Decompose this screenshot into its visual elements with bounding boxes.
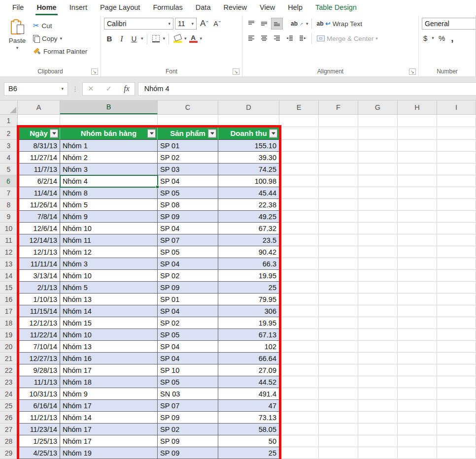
cell-F12[interactable] — [319, 246, 358, 258]
cell-A19[interactable]: 11/22/14 — [18, 329, 60, 341]
chevron-down-icon[interactable]: ▾ — [184, 36, 187, 41]
font-size-combobox[interactable]: 11 ▾ — [175, 18, 197, 30]
cell-B2[interactable]: Nhóm bán hàng — [60, 127, 158, 140]
cell-A18[interactable]: 12/12/13 — [18, 317, 60, 329]
cell-F7[interactable] — [319, 187, 358, 199]
cell-B16[interactable]: Nhóm 13 — [60, 294, 158, 305]
cell-G28[interactable] — [358, 435, 398, 447]
ribbon-tab-file[interactable]: File — [6, 0, 30, 15]
cell-H25[interactable] — [398, 400, 437, 412]
cell-D5[interactable]: 74.25 — [218, 164, 279, 175]
cell-C6[interactable]: SP 04 — [158, 175, 218, 187]
cell-A25[interactable]: 6/16/14 — [18, 400, 60, 412]
cell-G17[interactable] — [358, 305, 398, 317]
row-header-1[interactable]: 1 — [0, 115, 18, 127]
row-header-14[interactable]: 14 — [0, 270, 18, 282]
cancel-icon[interactable]: ✕ — [88, 84, 94, 93]
cell-G18[interactable] — [358, 317, 398, 329]
cell-H13[interactable] — [398, 258, 437, 270]
cell-A1[interactable] — [18, 115, 60, 127]
cell-C12[interactable]: SP 05 — [158, 246, 218, 258]
middle-align-button[interactable] — [258, 18, 270, 30]
cell-G5[interactable] — [358, 164, 398, 175]
cell-H21[interactable] — [398, 353, 437, 364]
cell-I13[interactable] — [437, 258, 476, 270]
cell-D24[interactable]: 491.4 — [218, 388, 279, 400]
column-header-F[interactable]: F — [319, 100, 358, 114]
cell-D27[interactable]: 58.05 — [218, 424, 279, 435]
cell-E15[interactable] — [279, 282, 319, 294]
cell-E22[interactable] — [279, 364, 319, 376]
cell-A22[interactable]: 9/28/13 — [18, 364, 60, 376]
cell-F19[interactable] — [319, 329, 358, 341]
cell-A2[interactable]: Ngày — [18, 127, 60, 140]
ribbon-tab-formulas[interactable]: Formulas — [146, 0, 189, 15]
cell-I23[interactable] — [437, 376, 476, 388]
cell-G6[interactable] — [358, 175, 398, 187]
cell-D11[interactable]: 23.5 — [218, 234, 279, 246]
cell-C9[interactable]: SP 09 — [158, 211, 218, 223]
cell-F1[interactable] — [319, 115, 358, 127]
accounting-format-button[interactable]: $ — [422, 33, 429, 43]
cell-C3[interactable]: SP 01 — [158, 140, 218, 152]
cell-G14[interactable] — [358, 270, 398, 282]
cell-E27[interactable] — [279, 424, 319, 435]
cell-I8[interactable] — [437, 199, 476, 211]
cell-D28[interactable]: 50 — [218, 435, 279, 447]
cell-H15[interactable] — [398, 282, 437, 294]
cell-B23[interactable]: Nhóm 18 — [60, 376, 158, 388]
column-header-B[interactable]: B — [60, 100, 158, 114]
cell-F23[interactable] — [319, 376, 358, 388]
cell-C2[interactable]: Sản phẩm — [158, 127, 218, 140]
cell-B4[interactable]: Nhóm 2 — [60, 152, 158, 164]
cell-A14[interactable]: 3/13/14 — [18, 270, 60, 282]
cell-F27[interactable] — [319, 424, 358, 435]
cell-I10[interactable] — [437, 223, 476, 234]
cell-A9[interactable]: 7/8/14 — [18, 211, 60, 223]
row-header-18[interactable]: 18 — [0, 317, 18, 329]
cell-D14[interactable]: 19.95 — [218, 270, 279, 282]
cell-G11[interactable] — [358, 234, 398, 246]
cell-G24[interactable] — [358, 388, 398, 400]
cell-D13[interactable]: 66.3 — [218, 258, 279, 270]
formula-bar-grip-icon[interactable]: ⋮ — [72, 85, 78, 93]
column-header-E[interactable]: E — [279, 100, 319, 114]
percent-style-button[interactable]: % — [437, 33, 446, 43]
cell-H11[interactable] — [398, 234, 437, 246]
cell-E3[interactable] — [279, 140, 319, 152]
cell-C24[interactable]: SN 03 — [158, 388, 218, 400]
row-header-28[interactable]: 28 — [0, 435, 18, 447]
cell-A28[interactable]: 1/25/13 — [18, 435, 60, 447]
cell-G8[interactable] — [358, 199, 398, 211]
cell-G12[interactable] — [358, 246, 398, 258]
decrease-font-size-button[interactable]: Aˇ — [211, 19, 222, 29]
cell-B24[interactable]: Nhóm 9 — [60, 388, 158, 400]
cell-C28[interactable]: SP 09 — [158, 435, 218, 447]
row-header-4[interactable]: 4 — [0, 152, 18, 164]
cell-E8[interactable] — [279, 199, 319, 211]
cell-E13[interactable] — [279, 258, 319, 270]
cell-I6[interactable] — [437, 175, 476, 187]
cell-D21[interactable]: 66.64 — [218, 353, 279, 364]
cell-A23[interactable]: 11/1/13 — [18, 376, 60, 388]
cell-A15[interactable]: 2/1/13 — [18, 282, 60, 294]
cell-G23[interactable] — [358, 376, 398, 388]
cell-B25[interactable]: Nhóm 17 — [60, 400, 158, 412]
cell-I28[interactable] — [437, 435, 476, 447]
cell-D8[interactable]: 22.38 — [218, 199, 279, 211]
cell-C23[interactable]: SP 05 — [158, 376, 218, 388]
cell-F6[interactable] — [319, 175, 358, 187]
cell-G7[interactable] — [358, 187, 398, 199]
cell-C20[interactable]: SP 04 — [158, 341, 218, 353]
cell-B7[interactable]: Nhóm 8 — [60, 187, 158, 199]
row-header-6[interactable]: 6 — [0, 175, 18, 187]
cell-I24[interactable] — [437, 388, 476, 400]
filter-dropdown-button[interactable] — [50, 129, 58, 137]
cell-B9[interactable]: Nhóm 9 — [60, 211, 158, 223]
cell-F28[interactable] — [319, 435, 358, 447]
cell-C19[interactable]: SP 05 — [158, 329, 218, 341]
cell-I9[interactable] — [437, 211, 476, 223]
ribbon-tab-help[interactable]: Help — [281, 0, 309, 15]
cell-B6[interactable]: Nhóm 4 — [60, 175, 158, 187]
cell-D17[interactable]: 306 — [218, 305, 279, 317]
